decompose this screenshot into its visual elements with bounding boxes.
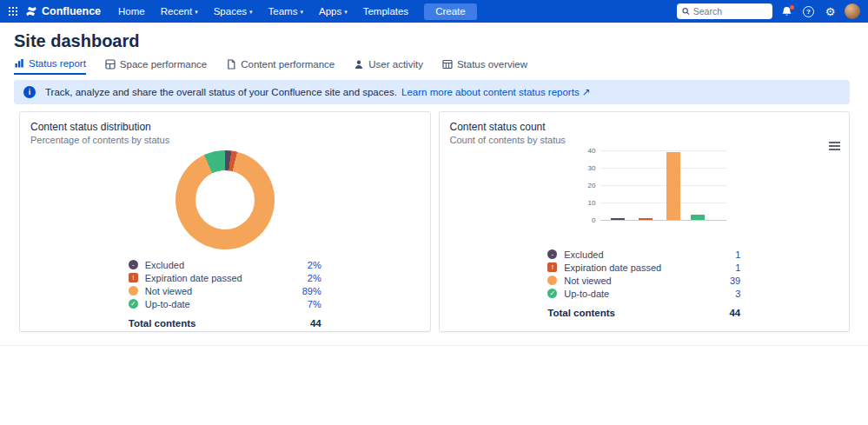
y-axis-tick: 10 xyxy=(588,199,596,207)
legend-row: ✓ Up-to-date 3 xyxy=(547,287,740,300)
nav-item-label: Teams xyxy=(268,6,298,17)
tab-label: Status report xyxy=(29,58,86,69)
nav-item-label: Apps xyxy=(319,6,341,17)
legend-value-link[interactable]: 1 xyxy=(735,249,740,260)
confluence-logo[interactable]: Confluence xyxy=(25,5,101,17)
nav-item-templates[interactable]: Templates xyxy=(363,6,408,17)
status-glyph: ✓ xyxy=(549,290,555,297)
nav-item-label: Recent xyxy=(161,6,192,17)
excluded-status-icon: - xyxy=(129,260,138,269)
legend-value-link[interactable]: 2% xyxy=(308,273,321,283)
nav-item-apps[interactable]: Apps▾ xyxy=(319,6,348,17)
info-icon: i xyxy=(23,86,36,98)
tab-label: User activity xyxy=(368,59,423,70)
legend-value-link[interactable]: 3 xyxy=(735,289,740,299)
bar-not-viewed xyxy=(666,152,680,220)
legend-row: ! Expiration date passed 2% xyxy=(129,271,321,284)
donut-chart xyxy=(176,150,275,249)
gridline xyxy=(600,185,726,186)
total-row: Total contents 44 xyxy=(547,308,740,318)
donut-legend: - Excluded 2% ! Expiration date passed 2… xyxy=(129,258,321,329)
user-icon xyxy=(354,59,364,70)
tab-status-overview[interactable]: Status overview xyxy=(442,58,527,75)
nav-item-spaces[interactable]: Spaces▾ xyxy=(214,6,253,17)
brand-name: Confluence xyxy=(42,5,101,17)
nav-item-label: Home xyxy=(118,6,145,17)
legend-label: Up-to-date xyxy=(564,289,735,299)
question-mark-icon: ? xyxy=(803,6,814,17)
notifications-icon[interactable] xyxy=(779,4,794,19)
nav-item-teams[interactable]: Teams▾ xyxy=(268,6,303,17)
search-icon xyxy=(682,7,690,16)
confluence-logo-icon xyxy=(25,5,37,17)
content-status-distribution-card: Content status distribution Percentage o… xyxy=(19,111,431,332)
settings-gear-icon[interactable]: ⚙ xyxy=(823,4,838,19)
legend-label: Excluded xyxy=(145,260,308,270)
axis-baseline xyxy=(600,220,726,221)
gridline xyxy=(600,150,726,151)
tab-user-activity[interactable]: User activity xyxy=(354,58,423,75)
gridline xyxy=(600,203,726,203)
tab-content-performance[interactable]: Content performance xyxy=(226,58,335,75)
total-label: Total contents xyxy=(547,308,729,318)
legend-row: Not viewed 89% xyxy=(129,284,321,297)
legend-row: - Excluded 2% xyxy=(129,258,321,271)
tab-label: Space performance xyxy=(120,59,207,70)
tab-label: Status overview xyxy=(457,59,527,70)
status-glyph: - xyxy=(551,251,553,258)
nav-item-label: Templates xyxy=(363,6,408,17)
help-icon[interactable]: ? xyxy=(801,4,816,19)
bar-up-to-date xyxy=(691,215,705,220)
legend-label: Up-to-date xyxy=(145,299,308,309)
card-subtitle: Percentage of contents by status xyxy=(30,135,420,145)
bar-excluded xyxy=(611,218,625,220)
legend-label: Not viewed xyxy=(564,276,730,286)
banner-text: Track, analyze and share the overall sta… xyxy=(45,86,590,98)
legend-value-link[interactable]: 2% xyxy=(308,260,321,270)
chevron-down-icon: ▾ xyxy=(195,9,198,16)
legend-value-link[interactable]: 7% xyxy=(308,299,321,309)
expiration-status-icon: ! xyxy=(547,262,557,272)
tab-space-performance[interactable]: Space performance xyxy=(105,58,207,75)
legend-row: - Excluded 1 xyxy=(547,248,740,261)
app-switcher-icon[interactable] xyxy=(8,6,18,17)
create-button[interactable]: Create xyxy=(424,3,477,20)
table-grid-icon xyxy=(442,59,453,70)
search-box[interactable] xyxy=(677,3,772,19)
section-divider xyxy=(0,345,868,346)
bar-chart-icon xyxy=(14,58,24,69)
y-axis-tick: 0 xyxy=(592,216,595,224)
not-viewed-status-icon xyxy=(129,286,138,296)
learn-more-link[interactable]: Learn more about content status reports … xyxy=(401,87,590,97)
bar-legend: - Excluded 1 ! Expiration date passed 1 … xyxy=(547,248,740,318)
user-avatar[interactable] xyxy=(845,3,860,19)
total-value: 44 xyxy=(310,318,321,329)
card-title: Content status distribution xyxy=(30,121,420,133)
legend-label: Expiration date passed xyxy=(564,262,735,273)
status-glyph: - xyxy=(132,262,135,269)
nav-item-label: Spaces xyxy=(214,6,247,17)
dashboard-cards: Content status distribution Percentage o… xyxy=(19,111,850,332)
status-glyph: ✓ xyxy=(130,301,136,308)
primary-menu: Home Recent▾ Spaces▾ Teams▾ Apps▾ Templa… xyxy=(118,6,408,17)
page-title: Site dashboard xyxy=(14,31,139,51)
legend-value-link[interactable]: 89% xyxy=(302,286,321,296)
not-viewed-status-icon xyxy=(547,276,557,285)
search-input[interactable] xyxy=(693,6,767,17)
legend-label: Excluded xyxy=(564,249,735,260)
nav-item-recent[interactable]: Recent▾ xyxy=(161,6,198,17)
status-glyph: ! xyxy=(552,264,553,271)
expiration-status-icon: ! xyxy=(129,273,138,282)
legend-row: ✓ Up-to-date 7% xyxy=(129,297,321,310)
gridline xyxy=(600,168,726,169)
y-axis-tick: 40 xyxy=(588,147,596,155)
chevron-down-icon: ▾ xyxy=(249,9,253,16)
legend-value-link[interactable]: 1 xyxy=(735,262,740,273)
tab-status-report[interactable]: Status report xyxy=(14,58,86,75)
nav-item-home[interactable]: Home xyxy=(118,6,145,17)
legend-row: Not viewed 39 xyxy=(547,274,740,287)
y-axis-tick: 20 xyxy=(588,182,596,189)
legend-value-link[interactable]: 39 xyxy=(730,276,740,286)
chevron-down-icon: ▾ xyxy=(300,9,303,16)
bar-chart: 40 30 20 10 0 xyxy=(450,145,839,239)
